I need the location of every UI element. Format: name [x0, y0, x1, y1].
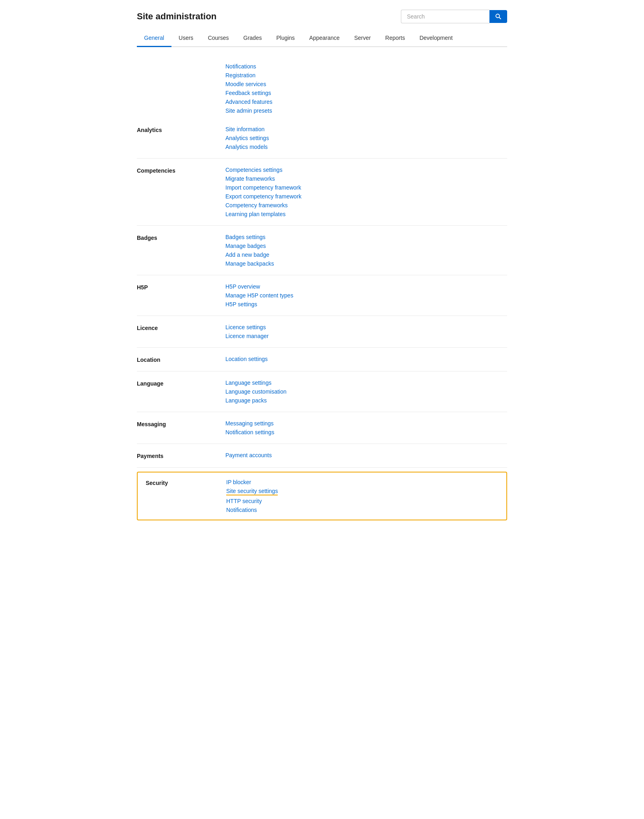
link-language-customisation[interactable]: Language customisation: [225, 388, 287, 395]
link-notification-settings[interactable]: Notification settings: [225, 429, 274, 435]
link-h5p-overview[interactable]: H5P overview: [225, 283, 293, 290]
link-analytics-settings[interactable]: Analytics settings: [225, 135, 269, 141]
section-h5p: H5P H5P overview Manage H5P content type…: [137, 275, 507, 316]
content-area: Notifications Registration Moodle servic…: [137, 47, 507, 532]
section-language: Language Language settings Language cust…: [137, 371, 507, 412]
link-site-information[interactable]: Site information: [225, 126, 269, 132]
link-badges-settings[interactable]: Badges settings: [225, 234, 274, 240]
link-payment-accounts[interactable]: Payment accounts: [225, 452, 272, 458]
section-analytics: Analytics Site information Analytics set…: [137, 118, 507, 159]
section-badges: Badges Badges settings Manage badges Add…: [137, 226, 507, 275]
link-manage-h5p-content-types[interactable]: Manage H5P content types: [225, 292, 293, 299]
svg-line-1: [499, 17, 501, 19]
section-label-analytics: Analytics: [137, 126, 225, 133]
page-title: Site administration: [137, 11, 217, 22]
section-label-payments: Payments: [137, 452, 225, 459]
security-highlighted-box: Security IP blocker Site security settin…: [137, 472, 507, 520]
nav-tabs: General Users Courses Grades Plugins App…: [137, 30, 507, 47]
tab-plugins[interactable]: Plugins: [269, 30, 302, 47]
link-registration[interactable]: Registration: [225, 72, 272, 78]
search-input[interactable]: [401, 10, 489, 23]
section-label-location: Location: [137, 356, 225, 363]
section-links-licence: Licence settings Licence manager: [225, 324, 268, 339]
link-analytics-models[interactable]: Analytics models: [225, 144, 269, 150]
link-export-competency-framework[interactable]: Export competency framework: [225, 193, 301, 200]
link-language-packs[interactable]: Language packs: [225, 397, 287, 404]
link-notifications-security[interactable]: Notifications: [226, 507, 278, 513]
tab-general[interactable]: General: [137, 30, 171, 47]
tab-server[interactable]: Server: [347, 30, 378, 47]
tab-reports[interactable]: Reports: [378, 30, 412, 47]
page-header: Site administration: [137, 0, 507, 30]
section-links-badges: Badges settings Manage badges Add a new …: [225, 234, 274, 267]
link-manage-badges[interactable]: Manage badges: [225, 243, 274, 249]
section-payments: Payments Payment accounts: [137, 444, 507, 468]
link-notifications-top[interactable]: Notifications: [225, 63, 272, 70]
section-label-competencies: Competencies: [137, 167, 225, 174]
tab-users[interactable]: Users: [171, 30, 201, 47]
link-site-security-settings[interactable]: Site security settings: [226, 488, 278, 495]
section-links-h5p: H5P overview Manage H5P content types H5…: [225, 283, 293, 307]
section-licence: Licence Licence settings Licence manager: [137, 316, 507, 348]
link-feedback-settings[interactable]: Feedback settings: [225, 90, 272, 96]
section-label-badges: Badges: [137, 234, 225, 241]
link-ip-blocker[interactable]: IP blocker: [226, 479, 278, 485]
link-learning-plan-templates[interactable]: Learning plan templates: [225, 211, 301, 217]
tab-appearance[interactable]: Appearance: [302, 30, 347, 47]
section-links-language: Language settings Language customisation…: [225, 380, 287, 404]
tab-courses[interactable]: Courses: [200, 30, 236, 47]
tab-development[interactable]: Development: [412, 30, 460, 47]
link-location-settings[interactable]: Location settings: [225, 356, 268, 362]
section-messaging: Messaging Messaging settings Notificatio…: [137, 412, 507, 444]
top-section-links: Notifications Registration Moodle servic…: [225, 63, 272, 114]
link-competencies-settings[interactable]: Competencies settings: [225, 167, 301, 173]
link-messaging-settings[interactable]: Messaging settings: [225, 420, 274, 427]
search-icon: [495, 13, 502, 20]
link-import-competency-framework[interactable]: Import competency framework: [225, 184, 301, 191]
link-site-admin-presets[interactable]: Site admin presets: [225, 107, 272, 114]
section-links-location: Location settings: [225, 356, 268, 362]
section-links-security: IP blocker Site security settings HTTP s…: [226, 479, 278, 513]
section-label-licence: Licence: [137, 324, 225, 331]
tab-grades[interactable]: Grades: [236, 30, 269, 47]
link-language-settings[interactable]: Language settings: [225, 380, 287, 386]
section-links-competencies: Competencies settings Migrate frameworks…: [225, 167, 301, 217]
section-location: Location Location settings: [137, 348, 507, 371]
section-links-messaging: Messaging settings Notification settings: [225, 420, 274, 435]
section-competencies: Competencies Competencies settings Migra…: [137, 159, 507, 226]
link-h5p-settings[interactable]: H5P settings: [225, 301, 293, 307]
section-label-security: Security: [146, 479, 226, 486]
section-label-language: Language: [137, 380, 225, 387]
security-section-wrapper: Security IP blocker Site security settin…: [137, 472, 507, 520]
link-advanced-features[interactable]: Advanced features: [225, 99, 272, 105]
link-moodle-services[interactable]: Moodle services: [225, 81, 272, 87]
search-button[interactable]: [489, 10, 507, 23]
section-links-payments: Payment accounts: [225, 452, 272, 458]
link-add-new-badge[interactable]: Add a new badge: [225, 252, 274, 258]
link-migrate-frameworks[interactable]: Migrate frameworks: [225, 175, 301, 182]
link-competency-frameworks[interactable]: Competency frameworks: [225, 202, 301, 208]
top-links-row: Notifications Registration Moodle servic…: [137, 55, 507, 118]
link-http-security[interactable]: HTTP security: [226, 498, 278, 504]
search-container: [401, 10, 507, 23]
section-label-messaging: Messaging: [137, 420, 225, 427]
link-manage-backpacks[interactable]: Manage backpacks: [225, 260, 274, 267]
section-label-h5p: H5P: [137, 283, 225, 291]
link-licence-manager[interactable]: Licence manager: [225, 333, 268, 339]
link-licence-settings[interactable]: Licence settings: [225, 324, 268, 330]
section-links-analytics: Site information Analytics settings Anal…: [225, 126, 269, 150]
